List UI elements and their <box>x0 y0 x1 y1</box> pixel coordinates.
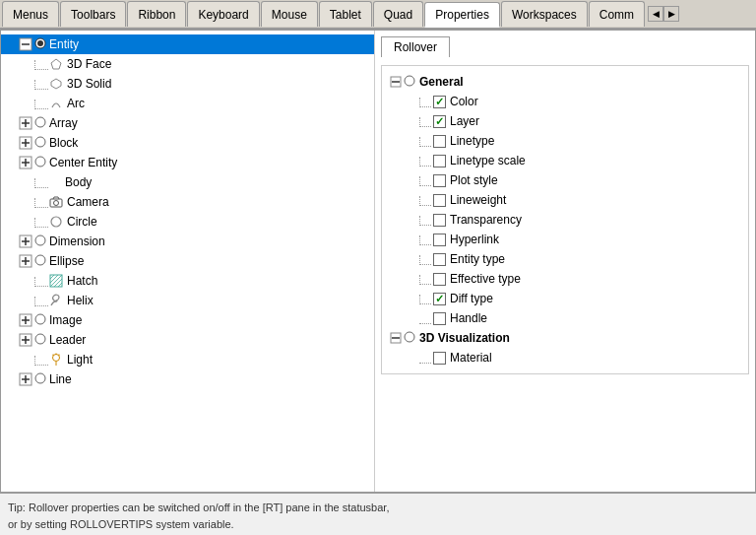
svg-point-57 <box>405 332 414 342</box>
diff-type-connector <box>419 295 431 304</box>
entity-type-connector <box>419 255 431 265</box>
array-expander-icon[interactable] <box>19 116 32 130</box>
viz-section-header: 3D Visualization <box>388 328 742 348</box>
rollover-content: General Color Layer Linetype <box>381 65 749 374</box>
image-radio-icon <box>34 313 46 328</box>
tab-comm[interactable]: Comm <box>589 1 645 27</box>
prop-layer-row: Layer <box>388 111 742 131</box>
viz-expander-icon[interactable] <box>390 332 402 344</box>
tab-prev-button[interactable]: ◀ <box>648 6 663 22</box>
rollover-tab[interactable]: Rollover <box>381 36 450 57</box>
diff-type-checkbox[interactable] <box>433 293 446 305</box>
tree-label-line: Line <box>49 372 72 386</box>
lineweight-checkbox[interactable] <box>433 194 446 207</box>
light-icon <box>48 352 64 368</box>
handle-label: Handle <box>450 311 487 325</box>
camera-icon <box>48 194 64 210</box>
plot-style-label: Plot style <box>450 173 498 187</box>
prop-handle-row: Handle <box>388 308 742 328</box>
tree-item-dimension[interactable]: Dimension <box>1 232 374 251</box>
tree-item-3dsolid[interactable]: 3D Solid <box>1 74 374 94</box>
tree-item-center-entity[interactable]: Center Entity <box>1 153 374 172</box>
center-entity-radio-icon <box>34 156 46 170</box>
prop-hyperlink-row: Hyperlink <box>388 230 742 249</box>
center-entity-expander-icon[interactable] <box>19 156 32 169</box>
tree-label-light: Light <box>67 353 93 367</box>
general-expander-icon[interactable] <box>390 76 402 88</box>
handle-checkbox[interactable] <box>433 312 446 325</box>
tree-label-3dsolid: 3D Solid <box>67 77 111 91</box>
general-section-label: General <box>419 75 464 89</box>
tree-item-camera[interactable]: Camera <box>1 192 374 212</box>
tree-item-leader[interactable]: Leader <box>1 330 374 350</box>
tab-toolbars[interactable]: Toolbars <box>60 1 126 27</box>
tree-item-helix[interactable]: Helix <box>1 291 374 310</box>
tab-tablet[interactable]: Tablet <box>319 1 372 27</box>
linetype-scale-checkbox[interactable] <box>433 155 446 167</box>
tab-quad[interactable]: Quad <box>373 1 423 27</box>
tree-connector-hatch <box>34 277 48 287</box>
svg-line-33 <box>54 279 62 287</box>
tree-item-arc[interactable]: Arc <box>1 94 374 113</box>
image-expander-icon[interactable] <box>19 313 32 327</box>
line-expander-icon[interactable] <box>19 372 32 386</box>
entity-type-checkbox[interactable] <box>433 253 446 266</box>
prop-lineweight-row: Lineweight <box>388 190 742 210</box>
tree-item-light[interactable]: Light <box>1 350 374 369</box>
tree-label-body: Body <box>65 175 92 189</box>
leader-expander-icon[interactable] <box>19 333 32 347</box>
tree-item-entity[interactable]: Entity <box>1 34 374 54</box>
hyperlink-connector <box>419 235 431 245</box>
tree-item-line[interactable]: Line <box>1 369 374 389</box>
tab-mouse[interactable]: Mouse <box>261 1 318 27</box>
dimension-expander-icon[interactable] <box>19 234 32 248</box>
effective-type-checkbox[interactable] <box>433 273 446 286</box>
svg-point-42 <box>35 334 45 344</box>
dimension-radio-icon <box>34 234 46 249</box>
entity-expander-icon[interactable] <box>19 37 32 51</box>
tree-item-3dface[interactable]: 3D Face <box>1 54 374 74</box>
svg-point-54 <box>405 76 414 86</box>
entity-radio-icon <box>34 37 46 52</box>
tab-menus[interactable]: Menus <box>2 1 59 27</box>
tree-connector-helix <box>34 297 48 306</box>
tree-item-ellipse[interactable]: Ellipse <box>1 251 374 271</box>
tip-line2: or by setting ROLLOVERTIPS system variab… <box>8 518 234 530</box>
tree-item-block[interactable]: Block <box>1 133 374 153</box>
block-expander-icon[interactable] <box>19 136 32 150</box>
tab-next-button[interactable]: ▶ <box>663 6 679 22</box>
prop-linetype-row: Linetype <box>388 131 742 151</box>
material-checkbox[interactable] <box>433 352 446 365</box>
tree-item-array[interactable]: Array <box>1 113 374 133</box>
tree-item-hatch[interactable]: Hatch <box>1 271 374 291</box>
linetype-checkbox[interactable] <box>433 135 446 148</box>
layer-checkbox[interactable] <box>433 115 446 128</box>
tab-properties[interactable]: Properties <box>424 2 500 28</box>
tab-workspaces[interactable]: Workspaces <box>501 1 588 27</box>
svg-point-24 <box>35 235 45 245</box>
transparency-checkbox[interactable] <box>433 214 446 227</box>
ellipse-expander-icon[interactable] <box>19 254 32 268</box>
plot-style-checkbox[interactable] <box>433 174 446 187</box>
tree-connector-light <box>34 356 48 366</box>
color-label: Color <box>450 95 478 108</box>
svg-point-20 <box>51 217 61 227</box>
tab-keyboard[interactable]: Keyboard <box>187 1 259 27</box>
3dface-icon <box>48 56 64 72</box>
leader-radio-icon <box>34 333 46 348</box>
prop-entity-type-row: Entity type <box>388 249 742 269</box>
ellipse-radio-icon <box>34 254 46 269</box>
svg-marker-4 <box>51 59 61 69</box>
tree-item-circle[interactable]: Circle <box>1 212 374 232</box>
tree-item-body[interactable]: Body <box>1 172 374 192</box>
color-checkbox[interactable] <box>433 96 446 108</box>
tab-nav-arrows: ◀ ▶ <box>648 6 679 22</box>
arc-icon <box>48 96 64 111</box>
hyperlink-checkbox[interactable] <box>433 234 446 246</box>
tree-item-image[interactable]: Image <box>1 310 374 330</box>
tree-container[interactable]: Entity 3D Face 3D Solid <box>1 31 374 492</box>
svg-point-38 <box>35 314 45 324</box>
tab-ribbon[interactable]: Ribbon <box>127 1 186 27</box>
svg-point-28 <box>35 255 45 265</box>
tree-label-circle: Circle <box>67 215 97 229</box>
